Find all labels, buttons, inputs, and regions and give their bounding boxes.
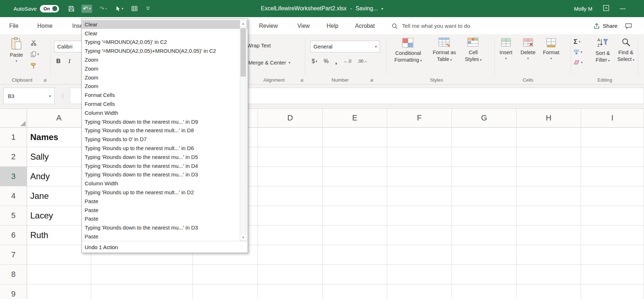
row-header[interactable]: 2 — [0, 147, 27, 166]
minimize-button[interactable]: — — [620, 5, 625, 12]
cut-button[interactable] — [31, 39, 39, 46]
accounting-caret-icon[interactable]: ▾ — [316, 60, 317, 63]
number-format-caret-icon[interactable]: ▾ — [375, 45, 377, 48]
undo-history-item[interactable]: Typing 'Rounds to 0' in D7 — [82, 135, 247, 144]
row-header[interactable]: 6 — [0, 226, 27, 245]
conditional-formatting-button[interactable]: Conditional Formatting▾ — [390, 37, 427, 63]
dropdown-scrollbar[interactable]: ▲ ▼ — [240, 20, 247, 241]
undo-history-item[interactable]: Typing 'Rounds down to the nearest mu...… — [82, 153, 247, 161]
clear-button[interactable]: ▾ — [574, 58, 583, 66]
column-header[interactable]: F — [387, 109, 452, 127]
touch-mouse-mode-button[interactable]: ▾ — [114, 5, 125, 12]
column-header[interactable]: I — [581, 109, 644, 127]
row-header[interactable]: 5 — [0, 206, 27, 225]
undo-button[interactable]: ↶ ▾ — [81, 5, 92, 13]
ribbon-tab[interactable]: Review — [259, 17, 278, 35]
wrap-text-button[interactable]: Wrap Text — [247, 42, 271, 48]
row-header[interactable]: 3 — [0, 167, 27, 186]
alignment-dialog-launcher[interactable] — [300, 77, 303, 83]
number-dialog-launcher[interactable] — [369, 77, 373, 83]
autosum-caret-icon[interactable]: ▾ — [579, 40, 581, 43]
bold-button[interactable]: B — [56, 58, 60, 65]
customize-quick-access-button[interactable] — [144, 5, 152, 12]
ribbon-tab[interactable]: View — [297, 17, 310, 35]
ribbon-tab[interactable]: Acrobat — [355, 17, 375, 35]
fill-button[interactable]: ▾ — [574, 48, 583, 56]
column-header[interactable]: H — [517, 109, 581, 127]
name-box[interactable]: B3 ▾ — [3, 88, 54, 104]
undo-history-item[interactable]: Format Cells — [82, 91, 247, 99]
column-header[interactable]: G — [452, 109, 517, 127]
paste-caret-icon[interactable]: ▾ — [16, 59, 17, 63]
column-header[interactable]: D — [258, 109, 323, 127]
undo-history-item[interactable]: Typing 'Rounds down to the nearest mu...… — [82, 170, 247, 179]
cell[interactable] — [27, 265, 91, 284]
undo-history-item[interactable]: Typing 'Rounds up to the nearest mult...… — [82, 126, 247, 135]
delete-cells-button[interactable]: Delete ▾ — [517, 37, 539, 61]
format-painter-button[interactable] — [31, 62, 39, 69]
undo-history-item[interactable]: Typing '=MROUND(A2,0.05)' in C2 — [82, 38, 247, 47]
undo-history-item[interactable]: Column Width — [82, 108, 247, 117]
undo-history-item[interactable]: Typing 'Rounds down to the nearest mu...… — [82, 161, 247, 170]
undo-history-item[interactable]: Zoom — [82, 82, 247, 91]
insert-caret-icon[interactable]: ▾ — [505, 57, 507, 61]
redo-button[interactable]: ↷ ▾ — [98, 5, 109, 13]
find-select-button[interactable]: Find & Select▾ — [614, 37, 637, 63]
insert-cells-button[interactable]: Insert ▾ — [495, 37, 517, 61]
table-tool-button[interactable] — [130, 5, 139, 12]
accounting-format-button[interactable]: $ ▾ — [312, 58, 317, 65]
undo-history-item[interactable]: Paste — [82, 232, 247, 241]
undo-history-item[interactable]: Paste — [82, 197, 247, 206]
undo-history-item[interactable]: Clear — [82, 29, 247, 38]
clipboard-dialog-launcher[interactable] — [43, 77, 47, 83]
undo-history-item[interactable]: Zoom — [82, 64, 247, 73]
format-caret-icon[interactable]: ▾ — [550, 57, 552, 61]
row-header[interactable]: 8 — [0, 265, 27, 284]
undo-history-item[interactable]: Paste — [82, 215, 247, 223]
merge-center-button[interactable]: Merge & Center ▾ — [248, 60, 290, 66]
delete-caret-icon[interactable]: ▾ — [527, 57, 529, 61]
row-header[interactable]: 4 — [0, 186, 27, 206]
undo-history-item[interactable]: Typing 'Rounds up to the nearest mult...… — [82, 188, 247, 197]
ribbon-tab[interactable]: Home — [37, 17, 53, 35]
undo-history-item[interactable]: Typing 'Rounds down to the nearest mu...… — [82, 117, 247, 126]
undo-history-item[interactable]: Format Cells — [82, 99, 247, 108]
name-box-caret-icon[interactable]: ▾ — [49, 94, 51, 98]
comments-button[interactable] — [625, 17, 632, 35]
number-format-combo[interactable]: General ▾ — [310, 41, 380, 52]
scroll-up-button[interactable]: ▲ — [240, 20, 246, 27]
undo-history-item[interactable]: Zoom — [82, 73, 247, 82]
undo-history-item[interactable]: Paste — [82, 206, 247, 215]
italic-button[interactable]: I — [68, 58, 70, 65]
undo-history-item[interactable]: Zoom — [82, 55, 247, 64]
percent-style-button[interactable]: % — [323, 58, 328, 65]
row-header[interactable]: 1 — [0, 128, 27, 147]
undo-history-item[interactable]: Typing 'Rounds up to the nearest mult...… — [82, 144, 247, 153]
user-name[interactable]: Molly M — [574, 6, 592, 12]
increase-decimal-button[interactable]: ←.0 — [344, 59, 351, 64]
undo-dropdown-caret-icon[interactable]: ▾ — [89, 7, 91, 10]
undo-history-item[interactable]: Clear — [82, 20, 247, 29]
autosum-button[interactable]: Σ ▾ — [574, 38, 583, 46]
format-cells-button[interactable]: Format ▾ — [540, 37, 562, 61]
cell[interactable] — [27, 284, 91, 299]
select-all-corner[interactable] — [0, 109, 27, 127]
comma-style-button[interactable]: , — [335, 57, 337, 66]
formula-bar-handle[interactable]: ⋮ — [60, 88, 66, 104]
column-header[interactable]: E — [323, 109, 387, 127]
decrease-decimal-button[interactable]: .00→ — [358, 59, 368, 64]
ribbon-display-options-button[interactable] — [603, 5, 609, 12]
paste-button[interactable]: Paste ▾ — [6, 37, 27, 63]
share-button[interactable]: Share — [593, 17, 617, 35]
row-header[interactable]: 7 — [0, 245, 27, 264]
tell-me-box[interactable]: Tell me what you want to do — [391, 17, 470, 35]
format-as-table-button[interactable]: Format as Table▾ — [427, 37, 461, 63]
row-header[interactable]: 9 — [0, 284, 27, 299]
sort-filter-button[interactable]: AZ Sort & Filter▾ — [591, 37, 615, 63]
copy-button[interactable]: ▾ — [31, 51, 39, 58]
ribbon-tab[interactable]: File — [9, 17, 19, 35]
ribbon-tab[interactable]: Help — [327, 17, 338, 35]
undo-history-item[interactable]: Column Width — [82, 179, 247, 188]
fill-caret-icon[interactable]: ▾ — [581, 50, 582, 54]
copy-caret-icon[interactable]: ▾ — [37, 52, 39, 56]
